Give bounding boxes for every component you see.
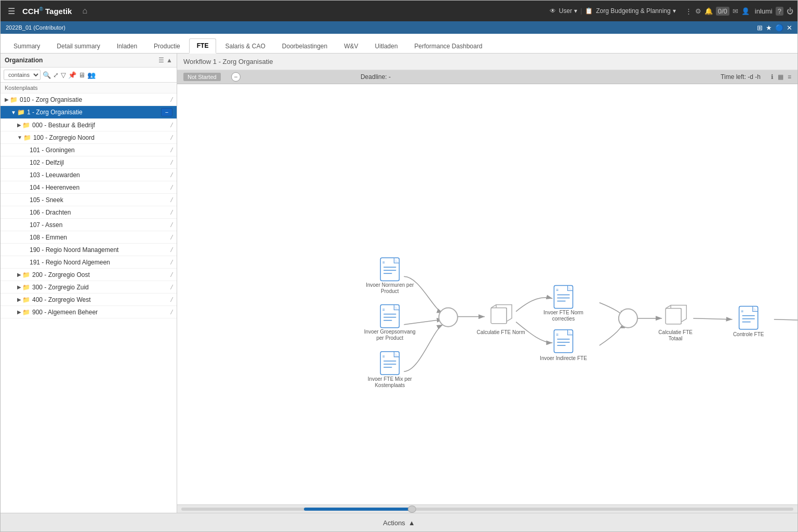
actions-bar[interactable]: Actions ▲ bbox=[1, 513, 797, 532]
tree-item-300[interactable]: ▶ 📁 300 - Zorgregio Zuid / bbox=[1, 281, 177, 294]
tree-item-000[interactable]: ▶ 📁 000 - Bestuur & Bedrijf / bbox=[1, 119, 177, 131]
sidebar-header: Organization ☰ ▲ bbox=[1, 54, 177, 68]
tree-label-103: 103 - Leeuwarden bbox=[30, 171, 168, 179]
tab-uitladen[interactable]: Uitladen bbox=[367, 39, 406, 53]
collapse-icon[interactable]: ▲ bbox=[166, 57, 172, 64]
tree-item-107[interactable]: 107 - Assen / bbox=[1, 219, 177, 231]
tree-item-900[interactable]: ▶ 📁 900 - Algemeen Beheer / bbox=[1, 306, 177, 318]
tab-detail-summary[interactable]: Detail summary bbox=[49, 39, 108, 53]
svg-text:≡: ≡ bbox=[556, 288, 558, 292]
tree-item-101[interactable]: 101 - Groningen / bbox=[1, 144, 177, 156]
home-button[interactable]: ⌂ bbox=[78, 4, 91, 18]
eye-icon: 👁 bbox=[550, 7, 556, 15]
grid-icon[interactable]: ▦ bbox=[778, 73, 783, 81]
tree-arrow-100[interactable]: ▼ bbox=[17, 135, 22, 140]
tree-item-102[interactable]: 102 - Delfzijl / bbox=[1, 156, 177, 169]
tree-item-104[interactable]: 104 - Heerenveen / bbox=[1, 181, 177, 194]
close-context-icon[interactable]: ✕ bbox=[787, 24, 792, 32]
horizontal-scrollbar[interactable] bbox=[177, 504, 797, 513]
pin-icon[interactable]: 📌 bbox=[68, 71, 76, 79]
status-slash-108: / bbox=[170, 233, 172, 241]
mail-icon[interactable]: ✉ bbox=[733, 7, 738, 15]
tree-item-108[interactable]: 108 - Emmen / bbox=[1, 231, 177, 244]
svg-text:Invoer Indirecte FTE: Invoer Indirecte FTE bbox=[540, 355, 587, 361]
hamburger-menu[interactable]: ☰ bbox=[5, 4, 18, 18]
tree-item-1[interactable]: ▼ 📁 1 - Zorg Organisatie − bbox=[1, 106, 177, 119]
nav-right-icons: ⋮ ⚙ 🔔 0/0 ✉ 👤 inlumi ? ⏻ bbox=[685, 7, 793, 16]
expand-icon[interactable]: ⊞ bbox=[757, 24, 763, 32]
tree-arrow-1[interactable]: ▼ bbox=[11, 110, 16, 115]
tree-item-106[interactable]: 106 - Drachten / bbox=[1, 206, 177, 219]
tree-item-200[interactable]: ▶ 📁 200 - Zorgregio Oost / bbox=[1, 269, 177, 281]
filter-icon[interactable]: ☰ bbox=[158, 57, 164, 64]
display-icon[interactable]: 🖥 bbox=[78, 71, 85, 79]
status-slash-101: / bbox=[170, 146, 172, 154]
person-icon[interactable]: 👥 bbox=[87, 71, 96, 79]
bell-icon[interactable]: 🔔 bbox=[704, 7, 713, 15]
svg-text:≡: ≡ bbox=[382, 308, 385, 312]
sidebar-title: Organization bbox=[5, 57, 43, 64]
folder-icon-1: 📁 bbox=[17, 109, 25, 116]
tree-label-105: 105 - Sneek bbox=[30, 196, 168, 204]
scrollbar-handle[interactable] bbox=[408, 506, 416, 513]
tab-fte[interactable]: FTE bbox=[189, 38, 217, 54]
tree-item-010[interactable]: ▶ 📁 010 - Zorg Organisatie / bbox=[1, 94, 177, 106]
svg-text:Invoer Normuren per: Invoer Normuren per bbox=[366, 282, 414, 288]
status-slash-400: / bbox=[170, 296, 172, 303]
logo-registered: ® bbox=[39, 6, 43, 12]
tree-label-000: 000 - Bestuur & Bedrijf bbox=[32, 122, 168, 129]
settings-icon[interactable]: ⚙ bbox=[695, 7, 701, 15]
planning-label: Zorg Budgeting & Planning bbox=[596, 7, 670, 15]
actions-label-text: Actions bbox=[383, 519, 405, 527]
dots-icon[interactable]: ⋮ bbox=[685, 7, 692, 15]
tree-item-103[interactable]: 103 - Leeuwarden / bbox=[1, 169, 177, 181]
filter-tree-icon[interactable]: ▽ bbox=[61, 71, 66, 79]
user-dropdown[interactable]: User ▾ bbox=[559, 7, 577, 15]
workflow-area: Workflow 1 - Zorg Organisatie Not Starte… bbox=[177, 54, 797, 513]
tab-doorbelastingen[interactable]: Doorbelastingen bbox=[274, 39, 335, 53]
svg-text:≡: ≡ bbox=[556, 332, 558, 337]
tree-item-400[interactable]: ▶ 📁 400 - Zorgregio West / bbox=[1, 294, 177, 306]
tree-item-190[interactable]: 190 - Regio Noord Management / bbox=[1, 244, 177, 256]
expand-tree-icon[interactable]: ⤢ bbox=[53, 71, 59, 79]
power-icon[interactable]: ⏻ bbox=[787, 7, 793, 15]
tree-item-100[interactable]: ▼ 📁 100 - Zorgregio Noord / bbox=[1, 131, 177, 144]
refresh-icon[interactable]: 🔵 bbox=[775, 24, 783, 32]
status-slash-190: / bbox=[170, 246, 172, 254]
list-icon[interactable]: ≡ bbox=[788, 73, 791, 81]
tree-label-400: 400 - Zorgregio West bbox=[32, 296, 168, 303]
tree-item-105[interactable]: 105 - Sneek / bbox=[1, 194, 177, 206]
svg-text:Calculatie FTE: Calculatie FTE bbox=[658, 329, 693, 335]
status-slash-900: / bbox=[170, 308, 172, 316]
svg-rect-3 bbox=[380, 258, 399, 281]
search-select[interactable]: contains bbox=[4, 70, 41, 80]
svg-text:Totaal: Totaal bbox=[669, 336, 683, 341]
tree-label-200: 200 - Zorgregio Oost bbox=[32, 271, 168, 278]
workflow-collapse-btn[interactable]: − bbox=[231, 72, 241, 82]
sidebar-header-icons: ☰ ▲ bbox=[158, 57, 172, 64]
user-icon[interactable]: 👤 bbox=[741, 7, 750, 15]
minus-button-1[interactable]: − bbox=[161, 108, 172, 116]
tab-summary[interactable]: Summary bbox=[6, 39, 48, 53]
tree-arrow-200[interactable]: ▶ bbox=[17, 272, 21, 277]
tree-arrow-400[interactable]: ▶ bbox=[17, 297, 21, 302]
tree-arrow-010[interactable]: ▶ bbox=[5, 97, 9, 102]
tree-arrow-900[interactable]: ▶ bbox=[17, 309, 21, 315]
planning-chevron-icon: ▾ bbox=[673, 7, 676, 15]
notification-badge[interactable]: 0/0 bbox=[716, 7, 729, 16]
help-badge[interactable]: ? bbox=[776, 7, 783, 16]
planning-dropdown[interactable]: Zorg Budgeting & Planning ▾ bbox=[596, 7, 675, 15]
search-icon[interactable]: 🔍 bbox=[43, 71, 51, 79]
tab-wv[interactable]: W&V bbox=[336, 39, 366, 53]
tree-arrow-000[interactable]: ▶ bbox=[17, 122, 21, 128]
logo-tagetik: Tagetik bbox=[45, 7, 72, 16]
info-icon[interactable]: ℹ bbox=[771, 73, 774, 81]
tab-inladen[interactable]: Inladen bbox=[109, 39, 145, 53]
tree-label-010: 010 - Zorg Organisatie bbox=[20, 96, 168, 103]
star-icon[interactable]: ★ bbox=[766, 24, 772, 32]
tab-performance-dashboard[interactable]: Performance Dashboard bbox=[407, 39, 490, 53]
tab-productie[interactable]: Productie bbox=[146, 39, 188, 53]
tab-salaris-cao[interactable]: Salaris & CAO bbox=[217, 39, 273, 53]
tree-item-191[interactable]: 191 - Regio Noord Algemeen / bbox=[1, 256, 177, 269]
tree-arrow-300[interactable]: ▶ bbox=[17, 284, 21, 290]
